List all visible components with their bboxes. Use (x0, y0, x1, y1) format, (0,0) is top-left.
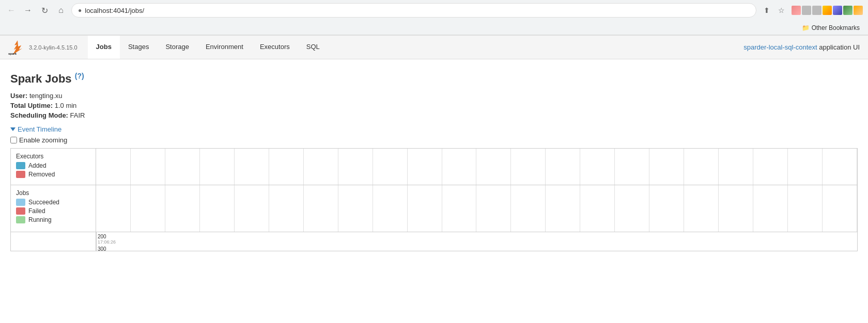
bookmarks-label: Other Bookmarks (812, 24, 860, 31)
grid-line (131, 149, 165, 185)
svg-text:spark: spark (8, 52, 17, 55)
ext-icon-4 (823, 6, 832, 15)
executor-section: Executors Added Removed (11, 149, 857, 185)
browser-actions: ⬆ ☆ (761, 4, 787, 17)
grid-line (338, 149, 373, 185)
grid-line (373, 185, 408, 232)
grid-line (442, 185, 477, 232)
ext-icon-2 (802, 6, 811, 15)
grid-line (131, 185, 165, 232)
url-text: localhost:4041/jobs/ (85, 7, 750, 14)
grid-line (719, 185, 753, 232)
executors-title: Executors (16, 153, 90, 160)
enable-zoom-checkbox[interactable] (10, 137, 17, 143)
browser-toolbar: ← → ↻ ⌂ ● localhost:4041/jobs/ ⬆ ☆ (0, 0, 868, 21)
succeeded-legend-item: Succeeded (16, 199, 90, 206)
collapse-icon (10, 127, 16, 131)
grid-line (96, 149, 131, 185)
succeeded-label: Succeeded (28, 199, 59, 206)
bookmarks-bar: 📁 Other Bookmarks (0, 21, 868, 35)
scheduling-label: Scheduling Mode: (10, 111, 68, 119)
app-suffix: application UI (819, 43, 860, 51)
spark-logo: spark 3.2.0-kylin-4.5.15.0 (8, 38, 78, 57)
lock-icon: ● (78, 7, 82, 14)
enable-zoom-row: Enable zooming (10, 136, 858, 144)
executor-grid (96, 149, 857, 185)
page-title: Spark Jobs (?) (10, 70, 858, 86)
bookmark-button[interactable]: ☆ (775, 4, 787, 17)
ext-icon-5 (833, 6, 842, 15)
uptime-label: Total Uptime: (10, 102, 53, 109)
time-axis: 20017:06:2630040050060070080090000017:06… (11, 232, 857, 251)
user-value: tengting.xu (29, 92, 63, 100)
grid-line (823, 185, 857, 232)
added-label: Added (28, 162, 47, 169)
back-button[interactable]: ← (5, 4, 18, 17)
scheduling-value: FAIR (70, 111, 85, 119)
reload-button[interactable]: ↻ (38, 4, 51, 17)
grid-line (269, 185, 304, 232)
other-bookmarks[interactable]: 📁 Other Bookmarks (799, 23, 863, 33)
grid-line (165, 149, 200, 185)
enable-zoom-label[interactable]: Enable zooming (19, 136, 67, 144)
removed-label: Removed (28, 171, 55, 178)
user-label: User: (10, 92, 27, 100)
executor-legend: Executors Added Removed (11, 149, 96, 185)
grid-line (719, 149, 753, 185)
extensions-area (792, 6, 863, 15)
grid-line (753, 185, 788, 232)
tick-ms: 200 (98, 234, 857, 239)
page-content: Spark Jobs (?) User: tengting.xu Total U… (0, 59, 868, 262)
failed-legend-item: Failed (16, 207, 90, 215)
home-button[interactable]: ⌂ (55, 4, 67, 17)
time-axis-legend-space (11, 232, 96, 251)
grid-line (304, 149, 338, 185)
event-timeline-toggle[interactable]: Event Timeline (10, 125, 858, 133)
app-title: sparder-local-sql-context application UI (743, 43, 860, 51)
grid-line (615, 185, 649, 232)
grid-line (788, 149, 823, 185)
grid-line (684, 149, 719, 185)
scheduling-row: Scheduling Mode: FAIR (10, 111, 858, 119)
timeline-container: Executors Added Removed Jobs Suc (10, 148, 858, 251)
grid-line (269, 149, 304, 185)
grid-line (235, 185, 269, 232)
grid-line (373, 149, 408, 185)
added-color-swatch (16, 162, 25, 169)
grid-line (546, 185, 580, 232)
grid-line (511, 149, 546, 185)
removed-legend-item: Removed (16, 171, 90, 178)
tab-sql[interactable]: SQL (298, 36, 328, 59)
succeeded-color-swatch (16, 199, 25, 206)
share-button[interactable]: ⬆ (761, 4, 773, 17)
grid-line (546, 149, 580, 185)
time-tick: 20017:06:26 (96, 232, 857, 245)
uptime-row: Total Uptime: 1.0 min (10, 102, 858, 109)
grid-line (200, 185, 235, 232)
tab-executors[interactable]: Executors (252, 36, 298, 59)
nav-tabs: Jobs Stages Storage Environment Executor… (88, 36, 328, 59)
ext-icon-7 (854, 6, 863, 15)
removed-color-swatch (16, 171, 25, 178)
grid-line (684, 185, 719, 232)
tab-stages[interactable]: Stages (120, 36, 157, 59)
forward-button[interactable]: → (22, 4, 34, 17)
event-timeline-label: Event Timeline (18, 125, 61, 133)
tick-timestamp: 17:06:26 (98, 239, 857, 245)
time-tick: 300 (96, 245, 857, 251)
running-label: Running (28, 216, 52, 223)
jobs-legend: Jobs Succeeded Failed Running (11, 185, 96, 232)
grid-line (408, 185, 442, 232)
tab-environment[interactable]: Environment (197, 36, 252, 59)
address-bar[interactable]: ● localhost:4041/jobs/ (71, 3, 756, 18)
tab-storage[interactable]: Storage (157, 36, 197, 59)
tab-jobs[interactable]: Jobs (88, 36, 120, 59)
grid-line (580, 185, 615, 232)
page-title-text: Spark Jobs (10, 72, 72, 85)
grid-line (823, 149, 857, 185)
help-icon[interactable]: (?) (75, 72, 84, 80)
tick-ms: 300 (98, 246, 857, 251)
grid-line (235, 149, 269, 185)
grid-line (408, 149, 442, 185)
jobs-grid-lines (96, 185, 857, 232)
